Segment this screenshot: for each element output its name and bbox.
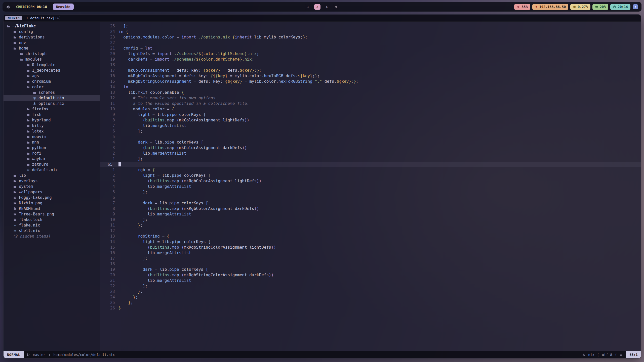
tree-item-christoph[interactable]: christoph (4, 51, 100, 57)
editor-line[interactable]: 22 (100, 40, 641, 46)
tree-item-rofi[interactable]: rofi (4, 151, 100, 156)
tree-item-kitty[interactable]: kitty (4, 123, 100, 128)
tree-item-config[interactable]: config (4, 29, 100, 34)
tree-item-three-bears-png[interactable]: Three-Bears.png (4, 211, 100, 217)
editor-line[interactable]: 25 ]; (100, 23, 641, 29)
memory-badge[interactable]: 20% (592, 4, 608, 10)
tree-item-default-nix[interactable]: default.nix (4, 95, 100, 101)
tab-default-nix[interactable]: 1 default.nix [1+] (26, 16, 61, 20)
editor-line[interactable]: 15 (builtins.map (mkRgbStringColorAssign… (100, 245, 641, 250)
editor-line[interactable]: 3 (builtins.map (mkColorAssignment darkD… (100, 145, 641, 151)
tree-item-home[interactable]: home (4, 46, 100, 51)
editor-line[interactable]: 9 lib.mergeAttrsList (100, 211, 641, 217)
editor-line[interactable]: 2 light = lib.pipe colorKeys [ (100, 173, 641, 178)
tree-item-default-nix[interactable]: default.nix (4, 167, 100, 173)
editor-line[interactable]: 20 lightDefs = import ./schemes/${color.… (100, 51, 641, 57)
editor-line[interactable]: 10 ]; (100, 217, 641, 222)
editor-line[interactable]: 17 ]; (100, 256, 641, 261)
editor-line[interactable]: 15 mkRgbStringColorAssignment = defs: ke… (100, 79, 641, 84)
editor-line[interactable]: 3 (builtins.map (mkRgbColorAssignment li… (100, 178, 641, 184)
editor-line[interactable]: 65 (100, 162, 641, 167)
tree-item-fish[interactable]: fish (4, 112, 100, 117)
editor-line[interactable]: 7 dark = lib.pipe colorKeys [ (100, 200, 641, 206)
tree-item-nixvim-png[interactable]: NixVim.png (4, 200, 100, 206)
editor-line[interactable]: 16 lib.mergeAttrsList (100, 250, 641, 256)
tree-item-hyprland[interactable]: hyprland (4, 117, 100, 123)
editor-line[interactable]: 4 lib.mergeAttrsList (100, 184, 641, 189)
tree-item-1-deprecated[interactable]: 1_deprecated (4, 68, 100, 73)
editor-line[interactable]: 19 darkDefs = import ./schemes/${color.d… (100, 57, 641, 62)
editor-line[interactable]: 7 lib.mergeAttrsList (100, 123, 641, 128)
editor-line[interactable]: 6 (100, 195, 641, 200)
editor-line[interactable]: 9 light = lib.pipe colorKeys [ (100, 112, 641, 117)
editor-line[interactable]: 21 lib.mergeAttrsList (100, 278, 641, 283)
workspace-4[interactable]: 4 (324, 4, 330, 10)
editor-line[interactable]: 24in { (100, 29, 641, 34)
editor-line[interactable]: 12 # This module sets its own options (100, 95, 641, 101)
tree-item-color[interactable]: color (4, 84, 100, 90)
tree-item-readme-md[interactable]: README.md (4, 206, 100, 211)
editor-line[interactable]: 11 }; (100, 222, 641, 228)
cpu-badge[interactable]: 0.27% (570, 4, 590, 10)
tree-item-python[interactable]: python (4, 145, 100, 151)
tree-item-lib[interactable]: lib (4, 173, 100, 178)
editor-line[interactable]: 21 config = let (100, 46, 641, 51)
tree-item-neovim[interactable]: neovim (4, 134, 100, 140)
tree-item-schemes[interactable]: schemes (4, 90, 100, 95)
tree-item-firefox[interactable]: firefox (4, 106, 100, 112)
tree-item-ags[interactable]: ags (4, 73, 100, 79)
editor-line[interactable]: 14 light = lib.pipe colorKeys [ (100, 239, 641, 245)
editor-line[interactable]: 11 # to the values specified in a colors… (100, 101, 641, 106)
editor-line[interactable]: 12 (100, 228, 641, 234)
workspace-2[interactable]: 2 (314, 4, 320, 10)
tree-item-wallpapers[interactable]: wallpapers (4, 189, 100, 195)
app-badge[interactable]: Neovide (53, 4, 74, 10)
editor-line[interactable]: 6 ]; (100, 128, 641, 134)
user-badge[interactable]: CHRISTOPH 08:18 (13, 4, 50, 10)
tree-item-shell-nix[interactable]: shell.nix (4, 228, 100, 234)
editor-line[interactable]: 18 (100, 62, 641, 68)
tree-item-chromium[interactable]: chromium (4, 79, 100, 84)
editor-line[interactable]: 1 ]; (100, 156, 641, 162)
tree-item-nnn[interactable]: nnn (4, 140, 100, 145)
editor-line[interactable]: 1 rgb = { (100, 167, 641, 173)
tree-item-9-hidden-items[interactable]: (9 hidden items) (4, 234, 100, 239)
tree-item-options-nix[interactable]: options.nix (4, 101, 100, 106)
tree-item-zathura[interactable]: zathura (4, 162, 100, 167)
clock-badge[interactable]: 20:14 (610, 4, 630, 10)
editor-line[interactable]: 8 (builtins.map (mkRgbColorAssignment da… (100, 206, 641, 211)
editor-line[interactable]: 13 lib.mkIf color.enable { (100, 90, 641, 95)
editor[interactable]: 25 ];24in {23 options.modules.color = im… (100, 22, 641, 351)
tree-item-env[interactable]: env (4, 40, 100, 46)
editor-line[interactable]: 22 ]; (100, 283, 641, 289)
editor-line[interactable]: 14 in (100, 84, 641, 90)
tree-item-latex[interactable]: latex (4, 128, 100, 134)
editor-line[interactable]: 18 (100, 261, 641, 267)
editor-line[interactable]: 23 }; (100, 289, 641, 294)
volume-badge[interactable]: 35% (514, 4, 530, 10)
editor-line[interactable]: 10 modules.color = { (100, 106, 641, 112)
network-badge[interactable]: 192.168.86.50 (532, 4, 569, 10)
tree-item-foggy-lake-png[interactable]: Foggy-Lake.png (4, 195, 100, 200)
tree-item-nixflake[interactable]: ~/NixFlake (4, 23, 100, 29)
editor-line[interactable]: 2 lib.mergeAttrsList (100, 151, 641, 156)
tree-item-overlays[interactable]: overlays (4, 178, 100, 184)
tree-item-flake-lock[interactable]: flake.lock (4, 217, 100, 222)
editor-line[interactable]: 13 rgbString = { (100, 234, 641, 239)
editor-line[interactable]: 26} (100, 305, 641, 311)
editor-line[interactable]: 17 mkColorAssignment = defs: key: {${key… (100, 68, 641, 73)
tree-item-modules[interactable]: modules (4, 57, 100, 62)
tray-icon[interactable] (633, 4, 638, 9)
editor-line[interactable]: 5 ]; (100, 189, 641, 195)
editor-line[interactable]: 19 dark = lib.pipe colorKeys [ (100, 267, 641, 272)
editor-line[interactable]: 23 options.modules.color = import ./opti… (100, 34, 641, 40)
editor-line[interactable]: 20 (builtins.map (mkRgbStringColorAssign… (100, 272, 641, 278)
editor-line[interactable]: 5 (100, 134, 641, 140)
editor-line[interactable]: 4 dark = lib.pipe colorKeys [ (100, 140, 641, 145)
tree-item-derivations[interactable]: derivations (4, 34, 100, 40)
tree-item-system[interactable]: system (4, 184, 100, 189)
editor-line[interactable]: 16 mkRgbColorAssignment = defs: key: {${… (100, 73, 641, 79)
editor-line[interactable]: 25 }; (100, 300, 641, 305)
tree-item-0-template[interactable]: 0_template (4, 62, 100, 68)
editor-line[interactable]: 8 (builtins.map (mkColorAssignment light… (100, 117, 641, 123)
